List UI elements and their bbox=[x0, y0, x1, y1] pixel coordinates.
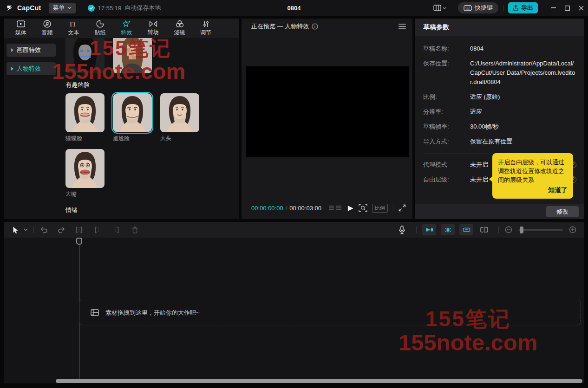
param-row-name: 草稿名称: 0804 bbox=[423, 44, 576, 53]
layout-icon bbox=[433, 5, 441, 11]
layout-switch-button[interactable] bbox=[431, 5, 448, 11]
zoom-out-icon bbox=[505, 226, 512, 233]
tab-text[interactable]: TI 文本 bbox=[60, 20, 87, 37]
param-value: 0804 bbox=[470, 44, 576, 53]
focus-frame-icon[interactable] bbox=[359, 204, 367, 212]
track-header-divider bbox=[56, 238, 56, 373]
delete-left-button[interactable] bbox=[91, 224, 104, 236]
effect-card-gorilla-face[interactable]: 猩猩脸 bbox=[65, 93, 105, 142]
sticker-icon bbox=[96, 20, 104, 28]
menu-button[interactable]: 菜单 bbox=[49, 3, 76, 13]
video-canvas[interactable] bbox=[246, 66, 409, 157]
total-time: 00:00:03:00 bbox=[289, 205, 321, 212]
snap-toggle-button[interactable] bbox=[422, 224, 436, 235]
effect-thumbnail bbox=[113, 38, 152, 73]
preview-axis-toggle-button[interactable] bbox=[459, 224, 473, 235]
playhead-handle[interactable] bbox=[76, 238, 82, 245]
main-track-magnet-button[interactable] bbox=[478, 224, 490, 236]
effect-thumbnail bbox=[160, 93, 199, 132]
param-value: 30.00帧/秒 bbox=[470, 122, 576, 131]
ratio-button[interactable]: 比例 bbox=[372, 204, 388, 213]
divider bbox=[393, 205, 393, 211]
modify-button[interactable]: 修改 bbox=[546, 206, 579, 217]
capcut-logo-icon bbox=[7, 4, 14, 12]
draft-params-panel: 草稿参数 草稿名称: 0804 保存位置: C:/Users/Administr… bbox=[415, 19, 584, 219]
expand-arrow-icon bbox=[11, 48, 13, 52]
tab-filter[interactable]: 滤镜 bbox=[166, 20, 193, 37]
effect-name: 尴尬脸 bbox=[113, 135, 152, 142]
info-icon[interactable] bbox=[312, 23, 318, 30]
tab-effects[interactable]: 特效 bbox=[113, 20, 140, 37]
param-value: 保留在原有位置 bbox=[470, 137, 576, 146]
select-tool-button[interactable] bbox=[9, 224, 21, 236]
redo-button[interactable] bbox=[55, 224, 67, 236]
effect-card-face-mosaic[interactable]: 脸部马赛克 bbox=[113, 38, 152, 74]
category-screen-effects[interactable]: 画面特效 bbox=[7, 44, 56, 57]
media-drop-zone[interactable]: 素材拖拽到这里，开始你的大作吧~ bbox=[79, 300, 581, 325]
param-label: 代理模式 bbox=[423, 161, 470, 169]
zoom-slider-handle[interactable] bbox=[520, 226, 523, 233]
media-icon bbox=[17, 20, 25, 28]
minimize-button[interactable] bbox=[546, 0, 560, 16]
param-value: 适应 (原始) bbox=[470, 92, 576, 102]
export-button[interactable]: 导出 bbox=[508, 2, 538, 13]
current-time: 00:00:00:00 bbox=[251, 205, 283, 212]
tab-adjust[interactable]: 调节 bbox=[193, 20, 219, 37]
preview-menu-icon[interactable] bbox=[399, 24, 406, 29]
close-button[interactable] bbox=[574, 0, 588, 16]
timeline-zoom-slider[interactable] bbox=[518, 229, 563, 231]
param-row-framerate: 草稿帧率: 30.00帧/秒 bbox=[423, 122, 576, 131]
param-label: 比例: bbox=[423, 92, 470, 102]
quality-icon[interactable] bbox=[329, 206, 341, 211]
linkage-icon bbox=[444, 226, 452, 233]
effect-card-big-head[interactable]: 大头 bbox=[160, 93, 199, 142]
tab-label: 媒体 bbox=[15, 29, 26, 37]
linkage-toggle-button[interactable] bbox=[441, 224, 455, 235]
delete-right-button[interactable] bbox=[110, 224, 122, 236]
zoom-out-button[interactable] bbox=[503, 224, 515, 236]
capcut-window: CapCut 菜单 17:55:19 自动保存本地 0804 bbox=[0, 0, 588, 388]
tab-audio[interactable]: 音频 bbox=[34, 20, 60, 37]
tab-label: 音频 bbox=[42, 29, 53, 37]
effect-card-big-mouth[interactable]: 大嘴 bbox=[65, 149, 105, 198]
category-character-effects[interactable]: 人物特效 bbox=[7, 62, 56, 75]
tab-sticker[interactable]: 贴纸 bbox=[87, 20, 113, 37]
delete-button[interactable] bbox=[129, 224, 141, 236]
effect-name: 猩猩脸 bbox=[65, 135, 105, 142]
fullscreen-icon[interactable] bbox=[399, 204, 406, 212]
param-value: 未开启 bbox=[470, 175, 488, 184]
app-logo: CapCut bbox=[0, 4, 41, 12]
undo-icon bbox=[40, 226, 48, 233]
tab-media[interactable]: 媒体 bbox=[7, 20, 34, 37]
menu-label: 菜单 bbox=[53, 4, 65, 12]
shortcuts-button[interactable]: 快捷键 bbox=[458, 2, 498, 13]
zoom-in-button[interactable] bbox=[567, 224, 579, 236]
effect-card-awkward-face[interactable]: 尴尬脸 bbox=[113, 93, 152, 142]
play-button[interactable]: ▶ bbox=[348, 204, 353, 212]
effect-card-neon-graffiti[interactable]: 霓虹涂鸦 bbox=[65, 38, 105, 74]
autosave-label: 自动保存本地 bbox=[124, 4, 161, 12]
split-button[interactable] bbox=[73, 224, 85, 236]
divider bbox=[498, 226, 499, 233]
adjust-icon bbox=[202, 20, 210, 28]
tab-transition[interactable]: 转场 bbox=[140, 20, 166, 36]
select-tool-dropdown[interactable] bbox=[21, 224, 30, 236]
undo-button[interactable] bbox=[38, 224, 50, 236]
record-voiceover-button[interactable] bbox=[396, 224, 408, 236]
tooltip-confirm-button[interactable]: 知道了 bbox=[498, 186, 568, 194]
category-label: 人物特效 bbox=[17, 65, 41, 73]
param-label: 导入方式: bbox=[423, 137, 470, 146]
draft-params-title: 草稿参数 bbox=[415, 19, 584, 36]
export-label: 导出 bbox=[521, 4, 533, 12]
audio-icon bbox=[43, 20, 51, 28]
snap-icon bbox=[425, 227, 433, 233]
maximize-button[interactable] bbox=[560, 0, 574, 16]
section-title-funny-faces: 有趣的脸 bbox=[65, 81, 239, 89]
param-row-import-mode: 导入方式: 保留在原有位置 bbox=[423, 137, 576, 146]
horizontal-scrollbar[interactable] bbox=[56, 379, 582, 383]
chevron-down-icon bbox=[67, 6, 72, 9]
param-label: 草稿名称: bbox=[423, 44, 470, 53]
effect-name: 大嘴 bbox=[65, 190, 105, 198]
title-bar: CapCut 菜单 17:55:19 自动保存本地 0804 bbox=[0, 0, 588, 16]
param-label: 保存位置: bbox=[423, 59, 470, 87]
